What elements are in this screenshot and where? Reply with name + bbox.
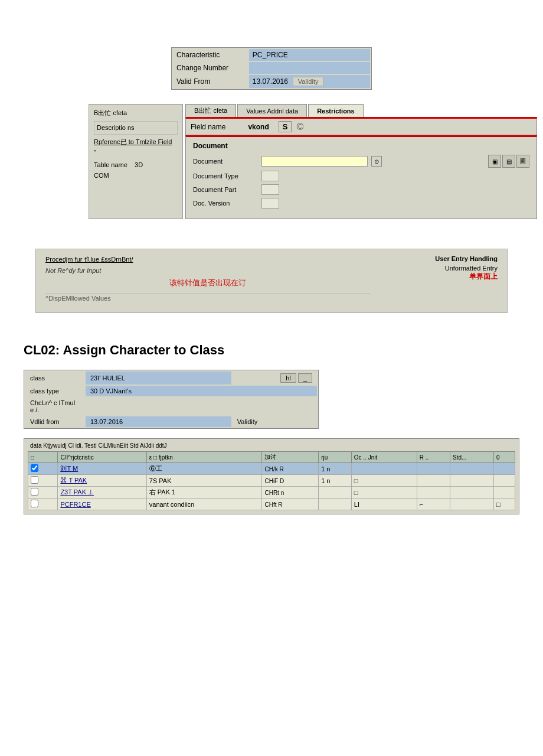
tab-values[interactable]: Values Addnl data <box>237 104 307 117</box>
middle-right: User Entry Handling Unformatted Entry 单界… <box>380 255 498 303</box>
document-row: Document ⊙ ▣ ▤ 圃 <box>193 155 529 168</box>
table-row: Z3T PAK ⊥右 PAK 1CHRt n□ <box>28 487 515 498</box>
middle-section: Procedjm fur 也lue £ssDrnBnt/ Not Re^dy f… <box>35 249 508 313</box>
tab-b-cfeta[interactable]: B出忙 cfeta <box>185 104 236 117</box>
document-title: Document <box>193 142 529 150</box>
char-name[interactable]: 器 T PAK <box>60 477 87 484</box>
chinese-text: 该特针值是否出现在订 <box>45 278 370 288</box>
col-fjptkn: ε □ fjptkn <box>146 452 262 463</box>
chclns-label: ChcLn^ c ITmul e /. <box>25 397 84 415</box>
table-row: PCFR1CEvanant condiicnCHft RLI⌐□ <box>28 498 515 510</box>
fjptkn-value: vanant condiicn <box>149 501 194 508</box>
valid-from-label: Valid From <box>173 75 248 88</box>
cl02-data-area: data Ktjywuidj Cl idi. Testi CiLMiunEiit… <box>24 438 519 514</box>
table-sub: COM <box>94 171 178 181</box>
characteristic-form: Characteristic PC_PRICE Change Number Va… <box>171 47 372 90</box>
addnl-value: CHft R <box>264 501 282 508</box>
middle-left: Procedjm fur 也lue £ssDrnBnt/ Not Re^dy f… <box>45 255 370 303</box>
tab-buttons: B出忙 cfeta Values Addnl data Restrictions <box>185 104 537 117</box>
char-name[interactable]: Z3T PAK ⊥ <box>60 488 94 496</box>
table-name-value: 3D <box>135 161 143 168</box>
col-zero: 0 <box>494 452 515 463</box>
document-input[interactable] <box>261 156 368 167</box>
document-label: Document <box>193 158 258 165</box>
unformatted-label: Unformatted Entry <box>380 265 498 272</box>
addnl-value: CHiF D <box>264 478 284 484</box>
fjptkn-value: 7S PAK <box>149 477 172 484</box>
col-checkbox: □ <box>28 452 58 463</box>
change-number-value[interactable] <box>249 62 370 74</box>
chclns-value <box>86 397 317 415</box>
row-checkbox[interactable] <box>31 500 38 507</box>
cl02-header-table: class 23I' HULIEL hl _ class type 30 D V… <box>24 370 319 429</box>
field-name-row: Field name vkond S © <box>185 117 537 135</box>
validity-button[interactable]: Validity <box>293 77 324 86</box>
middle-inner: Procedjm fur 也lue £ssDrnBnt/ Not Re^dy f… <box>45 255 498 303</box>
not-req-label: Not Re^dy fur Input <box>45 267 370 274</box>
table-name-label: Table name <box>94 161 127 168</box>
allowed-label: ^DispEMllowed Values <box>45 293 370 303</box>
ref-line: Rpferenc已 to Tmlzile Field <box>94 137 178 148</box>
oc-value: □ <box>354 477 358 484</box>
doc-part-input[interactable] <box>261 184 279 195</box>
cl02-data-table: □ C/I^rjctcristic ε □ fjptkn 加讨 rju Oc .… <box>28 451 515 510</box>
doc-type-input[interactable] <box>261 171 279 181</box>
doc-version-label: Doc. Version <box>193 200 258 207</box>
table-row: 器 T PAK7S PAKCHiF D1 n□ <box>28 475 515 487</box>
document-search-btn[interactable]: ⊙ <box>371 156 382 167</box>
col-characteristic: C/I^rjctcristic <box>58 452 146 463</box>
cl02-section: CL02: Assign Character to Class class 23… <box>24 343 519 514</box>
fjptkn-value: 右 PAK 1 <box>149 488 175 496</box>
proc-label: Procedjm fur 也lue £ssDrnBnt/ <box>45 255 370 264</box>
field-name-value: vkond <box>248 123 269 131</box>
doc-version-row: Doc. Version <box>193 198 529 208</box>
row-checkbox[interactable] <box>31 488 38 496</box>
zero-value: □ <box>496 501 501 508</box>
class-type-value: 30 D VJNarit's <box>86 386 317 396</box>
characteristic-value: PC_PRICE <box>249 49 370 61</box>
user-entry-label: User Entry Handling <box>380 255 498 262</box>
row-checkbox[interactable] <box>31 476 38 484</box>
addnl-value: CH/k R <box>264 466 283 472</box>
addnl-value: CHRt n <box>264 490 284 496</box>
quote: " <box>94 148 178 158</box>
single-screen-label: 单界面上 <box>380 272 498 282</box>
class-value: 23I' HULIEL <box>86 372 231 384</box>
vdlid-from-value: 13.07.2016 <box>86 416 231 427</box>
col-r: R .. <box>417 452 450 463</box>
change-number-label: Change Number <box>173 62 248 74</box>
characteristic-label: Characteristic <box>173 49 248 61</box>
doc-type-row: Document Type <box>193 171 529 181</box>
tab-restrictions[interactable]: Restrictions <box>308 104 364 117</box>
doc-icon-3[interactable]: 圃 <box>516 155 529 168</box>
doc-icon-1[interactable]: ▣ <box>488 155 501 168</box>
fjptkn-value: ⑥工 <box>149 465 162 472</box>
hl-buttons: hl _ <box>233 372 317 384</box>
char-name[interactable]: PCFR1CE <box>60 501 90 508</box>
s-button[interactable]: S <box>279 121 292 132</box>
oc-value: LI <box>354 501 359 508</box>
doc-icon-2[interactable]: ▤ <box>502 155 515 168</box>
class-label: class <box>25 372 84 384</box>
left-panel: B出忙 cfeta Descriptio ns Rpferenc已 to Tml… <box>89 104 183 219</box>
doc-version-input[interactable] <box>261 198 279 208</box>
col-oc: Oc .. Jnit <box>351 452 417 463</box>
b-line: B出忙 cfeta <box>94 108 178 119</box>
hl-button[interactable]: hl <box>280 373 296 383</box>
doc-icons: ▣ ▤ 圃 <box>488 155 529 168</box>
dash-button[interactable]: _ <box>298 373 312 383</box>
col-std: Std... <box>450 452 494 463</box>
char-name[interactable]: 刘T M <box>60 465 78 472</box>
proc-link[interactable]: Procedjm fur 也lue £ssDrnBnt/ <box>45 256 133 263</box>
col-addnl: 加讨 <box>262 452 319 463</box>
rju-value: 1 n <box>321 465 330 472</box>
r-value: ⌐ <box>420 501 423 508</box>
table-name-row: Table name 3D <box>94 160 178 171</box>
doc-part-label: Document Part <box>193 186 258 193</box>
tabs-main: B出忙 cfeta Values Addnl data Restrictions… <box>185 104 537 219</box>
row-checkbox[interactable] <box>31 464 38 472</box>
oc-value: □ <box>354 489 358 496</box>
col-rju: rju <box>319 452 352 463</box>
cl02-title: CL02: Assign Character to Class <box>24 343 519 358</box>
valid-from-value: 13.07.2016 <box>253 77 288 86</box>
